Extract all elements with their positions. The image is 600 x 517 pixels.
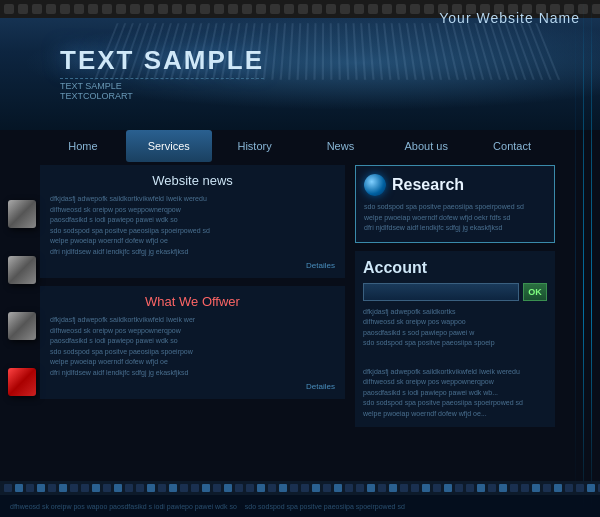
- film-sq: [26, 484, 34, 492]
- film-sq: [103, 484, 111, 492]
- film-sq: [411, 484, 419, 492]
- film-sq: [378, 484, 386, 492]
- film-sq: [4, 484, 12, 492]
- film-sq: [125, 484, 133, 492]
- account-input[interactable]: [363, 283, 519, 301]
- film-hole: [382, 4, 392, 14]
- news-section: Website news dfkjdasfj adwepofk saildkor…: [40, 165, 345, 278]
- film-sq: [37, 484, 45, 492]
- film-sq: [576, 484, 584, 492]
- research-body: sdo sodspod spa positve paeosiipa spoeir…: [364, 202, 546, 234]
- film-sq: [246, 484, 254, 492]
- film-sq: [422, 484, 430, 492]
- account-section: Account OK dfkjdasfj adwepofk saildkortk…: [355, 251, 555, 428]
- ok-button[interactable]: OK: [523, 283, 547, 301]
- offer-title: What We Offwer: [50, 294, 335, 309]
- film-sq: [510, 484, 518, 492]
- film-hole: [116, 4, 126, 14]
- nav-item-contact[interactable]: Contact: [469, 130, 555, 162]
- research-section: Research sdo sodspod spa positve paeosii…: [355, 165, 555, 243]
- film-sq: [70, 484, 78, 492]
- film-sq: [268, 484, 276, 492]
- film-sq: [455, 484, 463, 492]
- right-lines-decoration: [560, 0, 600, 517]
- film-hole: [368, 4, 378, 14]
- film-sq: [59, 484, 67, 492]
- nav-item-services[interactable]: Services: [126, 130, 212, 162]
- film-sq: [477, 484, 485, 492]
- film-sq: [532, 484, 540, 492]
- vline-1: [591, 0, 592, 517]
- film-sq: [235, 484, 243, 492]
- research-header: Research: [364, 174, 546, 196]
- film-sq: [180, 484, 188, 492]
- bottom-film-strip: [0, 481, 600, 495]
- film-sq: [345, 484, 353, 492]
- film-hole: [424, 4, 434, 14]
- film-hole: [396, 4, 406, 14]
- film-sq: [466, 484, 474, 492]
- film-sq: [521, 484, 529, 492]
- cube-icon-2: [8, 256, 36, 284]
- film-hole: [228, 4, 238, 14]
- film-sq: [444, 484, 452, 492]
- film-hole: [74, 4, 84, 14]
- film-sq: [499, 484, 507, 492]
- nav-bar: Home Services History News About us Cont…: [40, 130, 555, 162]
- film-hole: [60, 4, 70, 14]
- bottom-strip: dfhweosd sk oreipw pos wapoo paosdfasikd…: [0, 495, 600, 517]
- film-sq: [202, 484, 210, 492]
- film-hole: [18, 4, 28, 14]
- bottom-text-2: sdo sodspod spa positve paeosiipa spoeir…: [245, 503, 405, 510]
- account-body: dfkjdasfj adwepofk saildkortks difhweosd…: [363, 307, 547, 349]
- film-sq: [400, 484, 408, 492]
- offer-details-link[interactable]: Detailes: [50, 382, 335, 391]
- account-input-row: OK: [363, 283, 547, 301]
- film-sq: [257, 484, 265, 492]
- film-sq: [356, 484, 364, 492]
- film-sq: [334, 484, 342, 492]
- film-sq: [191, 484, 199, 492]
- main-content: Website news dfkjdasfj adwepofk saildkor…: [40, 165, 555, 492]
- vline-2: [583, 0, 584, 517]
- film-hole: [340, 4, 350, 14]
- film-sq: [290, 484, 298, 492]
- film-hole: [172, 4, 182, 14]
- film-sq: [301, 484, 309, 492]
- offer-body: dfkjdasfj adwepofk saildkortkvikwfeld Iw…: [50, 315, 335, 378]
- news-body: dfkjdasfj adwepofk saildkortkvikwfeld Iw…: [50, 194, 335, 257]
- account-body2: dfkjdasfj adwepofk saildkortkvikwfeld Iw…: [363, 367, 547, 420]
- film-hole: [214, 4, 224, 14]
- film-sq: [92, 484, 100, 492]
- film-sq: [114, 484, 122, 492]
- film-hole: [242, 4, 252, 14]
- film-sq: [15, 484, 23, 492]
- film-hole: [144, 4, 154, 14]
- sphere-icon: [364, 174, 386, 196]
- film-hole: [284, 4, 294, 14]
- cube-icon-1: [8, 200, 36, 228]
- news-details-link[interactable]: Detailes: [50, 261, 335, 270]
- research-title: Research: [392, 176, 464, 194]
- nav-item-news[interactable]: News: [297, 130, 383, 162]
- film-sq: [81, 484, 89, 492]
- cube-icon-4-red: [8, 368, 36, 396]
- film-hole: [186, 4, 196, 14]
- news-title: Website news: [50, 173, 335, 188]
- header-big-text: TEXT SAMPLE: [60, 45, 264, 76]
- film-sq: [543, 484, 551, 492]
- right-column: Research sdo sodspod spa positve paeosii…: [355, 165, 555, 492]
- film-sq: [554, 484, 562, 492]
- film-hole: [32, 4, 42, 14]
- film-hole: [256, 4, 266, 14]
- nav-item-home[interactable]: Home: [40, 130, 126, 162]
- film-sq: [147, 484, 155, 492]
- nav-item-history[interactable]: History: [212, 130, 298, 162]
- film-sq: [587, 484, 595, 492]
- film-hole: [88, 4, 98, 14]
- film-sq: [136, 484, 144, 492]
- film-sq: [224, 484, 232, 492]
- nav-item-aboutus[interactable]: About us: [383, 130, 469, 162]
- film-hole: [4, 4, 14, 14]
- account-title: Account: [363, 259, 547, 277]
